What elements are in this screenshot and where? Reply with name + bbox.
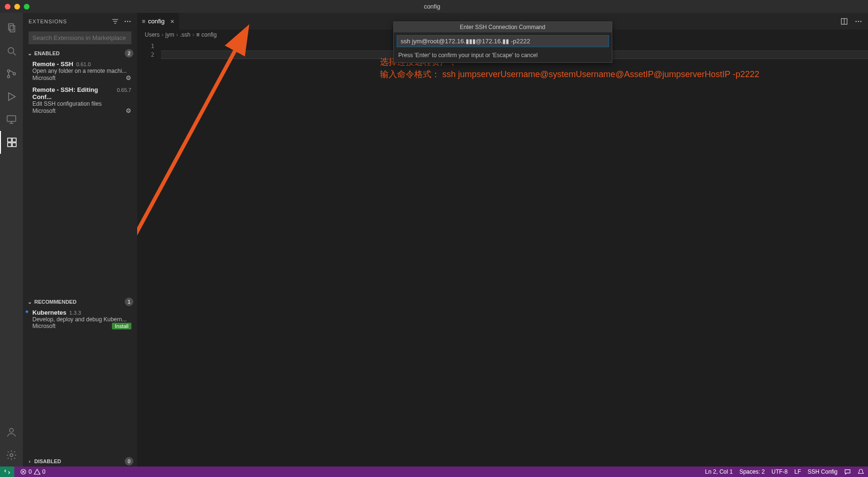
install-button[interactable]: Install: [112, 323, 131, 329]
svg-point-4: [8, 70, 10, 72]
svg-rect-12: [12, 138, 16, 142]
svg-rect-8: [7, 116, 16, 121]
svg-rect-1: [10, 26, 15, 32]
star-icon: ★: [25, 309, 29, 314]
window-title: config: [33, 3, 831, 10]
svg-point-15: [10, 428, 13, 432]
language-mode[interactable]: SSH Config: [808, 468, 838, 475]
file-icon: ≡: [196, 31, 200, 38]
svg-marker-33: [34, 469, 40, 475]
window-min-dot[interactable]: [14, 4, 20, 10]
svg-point-26: [858, 20, 859, 22]
more-icon[interactable]: [124, 18, 131, 25]
disabled-section-header[interactable]: › DISABLED 0: [23, 456, 137, 467]
svg-point-5: [8, 76, 10, 78]
extension-item[interactable]: Remote - SSH0.61.0 Open any folder on a …: [23, 59, 137, 84]
recommended-section-header[interactable]: ⌄ RECOMMENDED 1: [23, 297, 137, 307]
enabled-count-badge: 2: [125, 49, 133, 58]
encoding[interactable]: UTF-8: [771, 468, 788, 475]
sidebar-title: EXTENSIONS: [29, 19, 67, 24]
gear-icon[interactable]: ⚙: [126, 107, 131, 114]
enabled-section-header[interactable]: ⌄ ENABLED 2: [23, 48, 137, 59]
split-editor-icon[interactable]: [840, 18, 848, 25]
editor-body[interactable]: 1 2: [137, 40, 868, 467]
more-icon[interactable]: [855, 18, 862, 25]
recommended-count-badge: 1: [125, 298, 133, 306]
extension-item[interactable]: ★ Kubernetes1.3.3 Develop, deploy and de…: [23, 307, 137, 332]
svg-point-21: [127, 20, 129, 22]
svg-rect-13: [8, 143, 11, 147]
remote-indicator[interactable]: [0, 467, 14, 477]
svg-point-2: [8, 48, 14, 53]
extension-item[interactable]: Remote - SSH: Editing Conf...0.65.7 Edit…: [23, 84, 137, 117]
status-bar: 0 0 Ln 2, Col 1 Spaces: 2 UTF-8 LF SSH C…: [0, 467, 868, 477]
chevron-down-icon: ⌄: [27, 299, 32, 305]
svg-point-27: [860, 20, 862, 22]
source-control-icon[interactable]: [0, 62, 23, 85]
file-icon: ≡: [142, 18, 145, 25]
indentation[interactable]: Spaces: 2: [739, 468, 765, 475]
window-close-dot[interactable]: [5, 4, 10, 10]
palette-hint: Press 'Enter' to confirm your input or '…: [394, 50, 612, 62]
svg-point-6: [13, 73, 16, 75]
files-icon[interactable]: [0, 17, 23, 40]
svg-rect-14: [12, 143, 16, 147]
eol[interactable]: LF: [794, 468, 801, 475]
command-palette: Enter SSH Connection Command Press 'Ente…: [393, 21, 612, 63]
editor-area: ≡ config × Users› jym› .ssh› ≡ config 1: [137, 13, 868, 467]
accounts-icon[interactable]: [0, 421, 23, 444]
svg-point-16: [10, 454, 13, 457]
tab-config[interactable]: ≡ config ×: [137, 13, 180, 30]
svg-line-3: [13, 53, 16, 55]
palette-title: Enter SSH Connection Command: [394, 22, 612, 32]
notifications-icon[interactable]: [858, 468, 864, 475]
svg-marker-7: [9, 93, 15, 100]
svg-point-25: [856, 20, 857, 22]
ssh-command-input[interactable]: [397, 35, 609, 47]
extensions-icon[interactable]: [0, 131, 23, 154]
settings-gear-icon[interactable]: [0, 444, 23, 467]
search-extensions-input[interactable]: [29, 31, 131, 44]
feedback-icon[interactable]: [844, 468, 851, 475]
activity-bar: [0, 13, 23, 467]
chevron-right-icon: ›: [27, 458, 32, 464]
svg-rect-0: [9, 24, 13, 30]
gear-icon[interactable]: ⚙: [126, 74, 131, 81]
svg-rect-11: [8, 138, 11, 142]
cursor-position[interactable]: Ln 2, Col 1: [705, 468, 733, 475]
remote-explorer-icon[interactable]: [0, 108, 23, 131]
run-debug-icon[interactable]: [0, 85, 23, 108]
filter-icon[interactable]: [111, 18, 119, 25]
close-icon[interactable]: ×: [170, 18, 174, 25]
svg-point-20: [125, 20, 126, 22]
search-icon[interactable]: [0, 40, 23, 62]
disabled-count-badge: 0: [125, 457, 133, 466]
extensions-sidebar: EXTENSIONS ⌄ ENABLED 2 Remote - SSH0.61.…: [23, 13, 137, 467]
window-max-dot[interactable]: [24, 4, 30, 10]
chevron-down-icon: ⌄: [27, 50, 32, 57]
problems-indicator[interactable]: 0 0: [20, 468, 45, 475]
svg-point-22: [130, 20, 131, 22]
line-gutter: 1 2: [137, 40, 161, 467]
titlebar: config: [0, 0, 868, 13]
